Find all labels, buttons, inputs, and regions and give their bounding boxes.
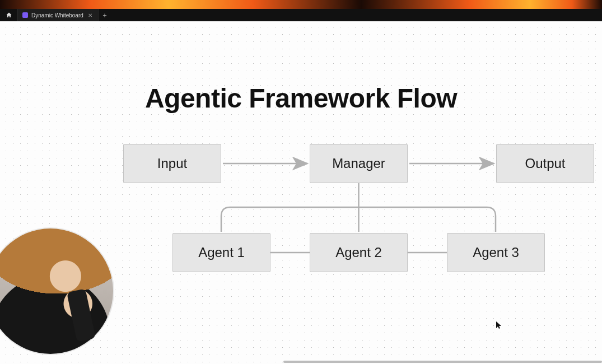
node-agent-3[interactable]: Agent 3 bbox=[447, 233, 545, 272]
node-label: Agent 3 bbox=[473, 245, 519, 260]
node-agent-2[interactable]: Agent 2 bbox=[310, 233, 408, 272]
diagram-title: Agentic Framework Flow bbox=[0, 83, 602, 114]
node-label: Agent 1 bbox=[198, 245, 245, 260]
home-button[interactable] bbox=[0, 9, 18, 21]
node-input[interactable]: Input bbox=[123, 144, 221, 183]
node-output[interactable]: Output bbox=[496, 144, 594, 183]
microphone-icon bbox=[67, 288, 96, 342]
presenter-avatar bbox=[0, 228, 113, 354]
tab-title: Dynamic Whiteboard bbox=[31, 12, 83, 18]
close-tab-button[interactable]: ✕ bbox=[87, 12, 94, 18]
whiteboard-canvas[interactable]: Agentic Framework Flow Input Manager Out… bbox=[0, 21, 602, 364]
horizontal-scrollbar[interactable] bbox=[283, 361, 602, 363]
node-label: Agent 2 bbox=[335, 245, 382, 260]
tab-dynamic-whiteboard[interactable]: Dynamic Whiteboard ✕ bbox=[18, 9, 99, 21]
tab-bar: Dynamic Whiteboard ✕ ＋ bbox=[0, 9, 602, 21]
home-icon bbox=[6, 12, 12, 18]
node-label: Input bbox=[157, 156, 187, 171]
node-label: Output bbox=[525, 156, 565, 171]
top-banner bbox=[0, 0, 602, 9]
new-tab-button[interactable]: ＋ bbox=[99, 9, 111, 21]
node-label: Manager bbox=[332, 156, 385, 171]
tab-icon bbox=[22, 12, 28, 18]
edge-brace bbox=[221, 207, 496, 232]
node-agent-1[interactable]: Agent 1 bbox=[172, 233, 270, 272]
cursor-icon bbox=[496, 321, 503, 329]
node-manager[interactable]: Manager bbox=[310, 144, 408, 183]
